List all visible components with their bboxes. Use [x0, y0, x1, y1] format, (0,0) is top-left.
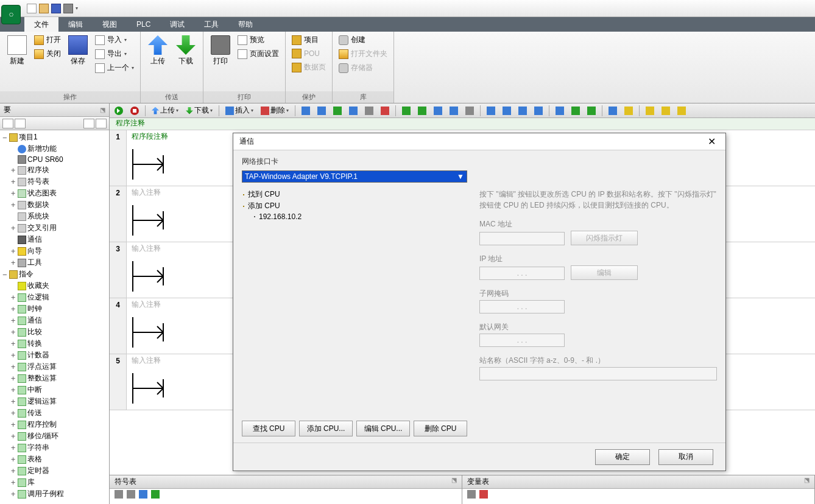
- tab-file[interactable]: 文件: [24, 17, 58, 32]
- download-button[interactable]: 下载: [174, 34, 198, 68]
- nic-select[interactable]: TAP-Windows Adapter V9.TCPIP.1 ▼: [242, 170, 467, 183]
- tool-icon[interactable]: [127, 490, 135, 499]
- tree-item[interactable]: CPU SR60: [1, 155, 108, 164]
- pin-icon[interactable]: ⬔: [100, 107, 105, 113]
- edit-button[interactable]: 编辑: [571, 265, 638, 280]
- tree-item[interactable]: 通信: [1, 234, 108, 245]
- edit-cpu-button[interactable]: 编辑 CPU...: [356, 421, 410, 436]
- tab-plc[interactable]: PLC: [127, 17, 160, 32]
- tool-button[interactable]: [331, 105, 344, 116]
- ok-button[interactable]: 确定: [595, 449, 650, 465]
- view-tab-1[interactable]: [2, 119, 13, 128]
- tree-item[interactable]: +程序块: [1, 164, 108, 176]
- tree-item[interactable]: +中断: [1, 384, 108, 396]
- pou-button[interactable]: POU: [291, 48, 327, 59]
- add-cpu-button[interactable]: 添加 CPU...: [299, 421, 353, 436]
- tool-button[interactable]: [400, 105, 413, 116]
- delete-button[interactable]: 删除▾: [258, 104, 291, 117]
- tab-debug[interactable]: 调试: [160, 17, 194, 32]
- tab-help[interactable]: 帮助: [228, 17, 263, 32]
- tree-item[interactable]: +调用子例程: [1, 488, 108, 500]
- find-cpu-button[interactable]: 查找 CPU: [242, 421, 295, 436]
- pin-icon[interactable]: ⬔: [451, 477, 457, 487]
- tool-button[interactable]: [659, 105, 672, 116]
- close-button[interactable]: ✕: [704, 136, 719, 147]
- tool-button[interactable]: [431, 105, 445, 116]
- open-button[interactable]: 打开: [33, 34, 62, 46]
- tree-item[interactable]: +状态图表: [1, 187, 108, 199]
- run-button[interactable]: [112, 105, 125, 116]
- tree-item[interactable]: +时钟: [1, 303, 108, 315]
- tool-button[interactable]: [569, 105, 582, 116]
- tree-item[interactable]: +向导: [1, 245, 108, 257]
- tree-item[interactable]: +定时器: [1, 465, 108, 477]
- tree-item[interactable]: 系统块: [1, 211, 108, 222]
- insert-button[interactable]: 插入▾: [223, 104, 256, 117]
- tool-button[interactable]: [606, 105, 619, 116]
- close-button[interactable]: 关闭: [33, 48, 62, 60]
- tree-item[interactable]: +位逻辑: [1, 292, 108, 303]
- tool-icon[interactable]: [139, 490, 147, 499]
- stop-button[interactable]: [128, 105, 141, 116]
- tool-button[interactable]: [299, 105, 312, 116]
- tree-item[interactable]: 新增功能: [1, 143, 108, 155]
- tree-root[interactable]: −项目1: [1, 131, 108, 143]
- import-button[interactable]: 导入▾: [94, 34, 135, 46]
- save-icon[interactable]: [51, 4, 61, 13]
- tree-item[interactable]: +字符串: [1, 442, 108, 453]
- pagesetup-button[interactable]: 页面设置: [236, 48, 280, 60]
- view-tab-4[interactable]: [96, 119, 107, 128]
- tree-item[interactable]: +浮点运算: [1, 361, 108, 373]
- pin-icon[interactable]: ⬔: [804, 477, 810, 487]
- view-tab-3[interactable]: [83, 119, 94, 128]
- project-button[interactable]: 项目: [291, 34, 327, 46]
- print-button[interactable]: 打印: [208, 34, 233, 68]
- tree-item[interactable]: +工具: [1, 257, 108, 268]
- tree-item[interactable]: +通信: [1, 315, 108, 326]
- prev-button[interactable]: 上一个▾: [94, 62, 135, 74]
- tool-button[interactable]: [643, 105, 657, 116]
- add-cpu-item[interactable]: 添加 CPU: [242, 200, 467, 212]
- tool-button[interactable]: [347, 105, 360, 116]
- tool-button[interactable]: [622, 105, 635, 116]
- delete-cpu-button[interactable]: 删除 CPU: [414, 421, 467, 436]
- preview-button[interactable]: 预览: [236, 34, 280, 46]
- create-button[interactable]: 创建: [337, 34, 389, 46]
- project-tree[interactable]: −项目1 新增功能CPU SR60+程序块+符号表+状态图表+数据块系统块+交叉…: [0, 130, 109, 504]
- tree-item[interactable]: +转换: [1, 338, 108, 349]
- tab-tools[interactable]: 工具: [194, 17, 228, 32]
- save-button[interactable]: 保存: [66, 34, 90, 68]
- tool-button[interactable]: [415, 105, 429, 116]
- tool-button[interactable]: [378, 105, 392, 116]
- upload-button[interactable]: 上传: [146, 34, 170, 68]
- tool-button[interactable]: [484, 105, 498, 116]
- new-button[interactable]: 新建: [5, 34, 29, 68]
- tab-edit[interactable]: 编辑: [58, 17, 93, 32]
- tree-item[interactable]: +交叉引用: [1, 222, 108, 234]
- app-icon[interactable]: ⎔: [1, 5, 21, 24]
- tree-item[interactable]: +库: [1, 477, 108, 488]
- cancel-button[interactable]: 取消: [658, 449, 713, 465]
- cpu-ip-item[interactable]: 192.168.10.2: [242, 212, 467, 222]
- tool-button[interactable]: [500, 105, 513, 116]
- tool-button[interactable]: [463, 105, 476, 116]
- tool-icon[interactable]: [115, 490, 123, 499]
- upload-button[interactable]: 上传▾: [149, 104, 181, 117]
- qat-dropdown-icon[interactable]: ▾: [76, 5, 78, 11]
- flash-led-button[interactable]: 闪烁指示灯: [571, 231, 638, 245]
- tool-button[interactable]: [362, 105, 376, 116]
- tree-root-instructions[interactable]: −指令: [1, 268, 108, 280]
- export-button[interactable]: 导出▾: [94, 48, 135, 60]
- tool-icon[interactable]: [479, 490, 488, 499]
- view-tab-2[interactable]: [15, 119, 26, 128]
- program-comment[interactable]: 程序注释: [110, 117, 815, 130]
- tree-item[interactable]: +比较: [1, 326, 108, 338]
- tool-icon[interactable]: [151, 490, 160, 499]
- tree-item[interactable]: +表格: [1, 453, 108, 465]
- tool-button[interactable]: [532, 105, 545, 116]
- tree-item[interactable]: +符号表: [1, 176, 108, 187]
- tree-item[interactable]: +数据块: [1, 199, 108, 211]
- download-button[interactable]: 下载▾: [183, 104, 215, 117]
- tool-button[interactable]: [585, 105, 598, 116]
- tree-item[interactable]: +程序控制: [1, 419, 108, 430]
